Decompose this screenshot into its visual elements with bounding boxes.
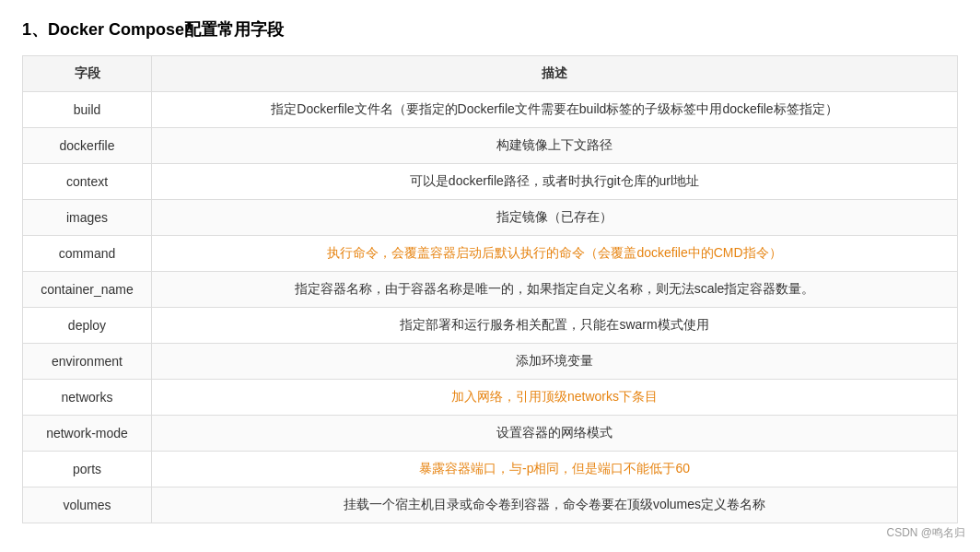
field-cell: build bbox=[23, 92, 152, 128]
field-cell: ports bbox=[23, 452, 152, 487]
field-cell: container_name bbox=[23, 272, 152, 308]
field-cell: network-mode bbox=[23, 416, 152, 452]
desc-cell: 指定Dockerfile文件名（要指定的Dockerfile文件需要在build… bbox=[152, 92, 958, 128]
table-row: dockerfile构建镜像上下文路径 bbox=[23, 128, 958, 164]
field-cell: volumes bbox=[23, 487, 152, 523]
desc-cell: 加入网络，引用顶级networks下条目 bbox=[152, 380, 958, 416]
desc-cell: 设置容器的网络模式 bbox=[152, 416, 958, 452]
table-row: volumes挂载一个宿主机目录或命令卷到容器，命令卷要在顶级volumes定义… bbox=[23, 487, 958, 523]
table-row: build指定Dockerfile文件名（要指定的Dockerfile文件需要在… bbox=[23, 92, 958, 128]
table-row: container_name指定容器名称，由于容器名称是唯一的，如果指定自定义名… bbox=[23, 272, 958, 308]
table-row: images指定镜像（已存在） bbox=[23, 200, 958, 236]
field-cell: deploy bbox=[23, 308, 152, 344]
desc-cell: 挂载一个宿主机目录或命令卷到容器，命令卷要在顶级volumes定义卷名称 bbox=[152, 487, 958, 523]
desc-cell: 指定部署和运行服务相关配置，只能在swarm模式使用 bbox=[152, 308, 958, 344]
desc-cell: 指定容器名称，由于容器名称是唯一的，如果指定自定义名称，则无法scale指定容器… bbox=[152, 272, 958, 308]
field-cell: networks bbox=[23, 380, 152, 416]
col-header-field: 字段 bbox=[23, 56, 152, 92]
table-row: network-mode设置容器的网络模式 bbox=[23, 416, 958, 452]
table-row: environment添加环境变量 bbox=[23, 344, 958, 380]
desc-cell: 指定镜像（已存在） bbox=[152, 200, 958, 236]
col-header-desc: 描述 bbox=[152, 56, 958, 92]
fields-table: 字段 描述 build指定Dockerfile文件名（要指定的Dockerfil… bbox=[22, 55, 958, 523]
page-title: 1、Docker Compose配置常用字段 bbox=[22, 18, 958, 41]
field-cell: dockerfile bbox=[23, 128, 152, 164]
desc-cell: 执行命令，会覆盖容器启动后默认执行的命令（会覆盖dockefile中的CMD指令… bbox=[152, 236, 958, 272]
field-cell: context bbox=[23, 164, 152, 200]
table-row: deploy指定部署和运行服务相关配置，只能在swarm模式使用 bbox=[23, 308, 958, 344]
field-cell: images bbox=[23, 200, 152, 236]
field-cell: command bbox=[23, 236, 152, 272]
table-row: networks加入网络，引用顶级networks下条目 bbox=[23, 380, 958, 416]
desc-cell: 添加环境变量 bbox=[152, 344, 958, 380]
desc-cell: 暴露容器端口，与-p相同，但是端口不能低于60 bbox=[152, 452, 958, 487]
field-cell: environment bbox=[23, 344, 152, 380]
table-row: ports暴露容器端口，与-p相同，但是端口不能低于60 bbox=[23, 452, 958, 487]
table-row: command执行命令，会覆盖容器启动后默认执行的命令（会覆盖dockefile… bbox=[23, 236, 958, 272]
watermark: CSDN @鸣名归 bbox=[886, 525, 965, 541]
table-row: context可以是dockerfile路径，或者时执行git仓库的url地址 bbox=[23, 164, 958, 200]
desc-cell: 构建镜像上下文路径 bbox=[152, 128, 958, 164]
desc-cell: 可以是dockerfile路径，或者时执行git仓库的url地址 bbox=[152, 164, 958, 200]
